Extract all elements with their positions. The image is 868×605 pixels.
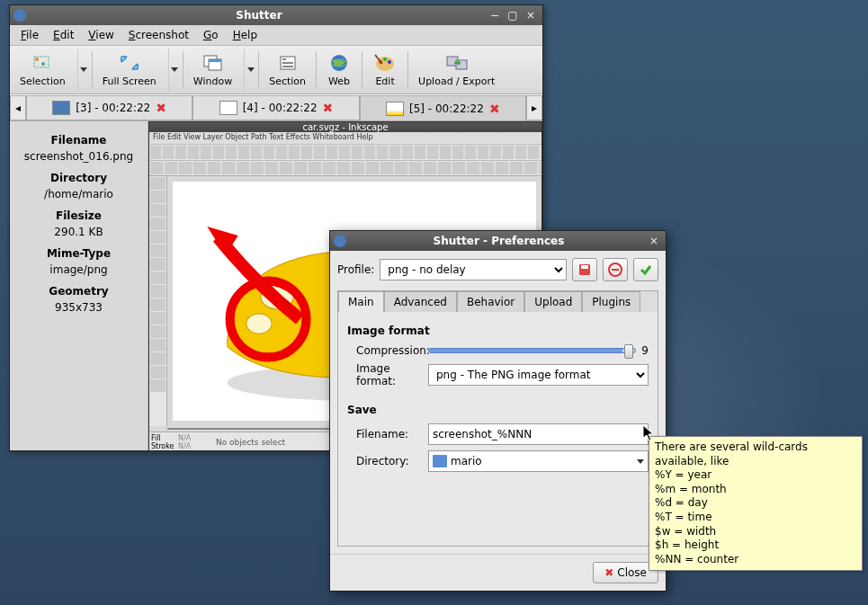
menu-file[interactable]: File [15, 27, 44, 43]
preferences-dialog: Shutter - Preferences × Profile: png - n… [329, 230, 667, 592]
compression-label: Compression: [347, 344, 428, 357]
tab-thumb-icon [52, 101, 70, 115]
tooltip-line: %T = time [655, 511, 856, 525]
tab-scroll-left[interactable]: ◂ [10, 95, 26, 120]
profile-row: Profile: png - no delay [337, 258, 658, 281]
image-format-select[interactable]: png - The PNG image format [428, 364, 649, 386]
tab-4[interactable]: [4] - 00:22:22 ✖ [192, 95, 359, 120]
tab-label: [3] - 00:22:22 [76, 102, 150, 114]
tooltip-line: There are several wild-cards available, … [655, 440, 856, 468]
directory-field-label: Directory: [347, 455, 428, 467]
svg-rect-5 [209, 59, 221, 62]
save-section: Save [347, 404, 649, 416]
window-button[interactable]: Window [185, 48, 240, 92]
app-icon [13, 9, 26, 22]
edit-button[interactable]: Edit [364, 48, 406, 92]
prefs-tabs: Main Advanced Behavior Upload Plugins Im… [337, 290, 658, 547]
tab-label: [5] - 00:22:22 [409, 102, 484, 115]
main-titlebar[interactable]: Shutter − ▢ × [10, 5, 542, 25]
delete-profile-button[interactable] [603, 258, 628, 281]
inkscape-toolbox [149, 176, 167, 426]
chevron-down-icon [247, 67, 255, 72]
filesize-value: 290.1 KB [17, 226, 140, 238]
directory-select[interactable]: mario [428, 450, 649, 472]
menu-view[interactable]: View [83, 27, 119, 43]
upload-icon [444, 52, 470, 74]
close-label: Close [617, 566, 647, 579]
menubar: File Edit View Screenshot Go Help [10, 25, 542, 46]
tab-upload[interactable]: Upload [524, 291, 582, 312]
menu-go[interactable]: Go [198, 27, 224, 43]
tab-main[interactable]: Main [338, 291, 384, 312]
tab-advanced[interactable]: Advanced [384, 291, 457, 312]
fullscreen-button[interactable]: Full Screen [94, 48, 165, 92]
window-label: Window [193, 76, 232, 87]
inkscape-title: car.svgz - Inkscape [149, 122, 541, 132]
tab-thumb-icon [386, 102, 404, 116]
tab-close-icon[interactable]: ✖ [156, 101, 166, 115]
profile-select[interactable]: png - no delay [380, 259, 567, 280]
tab-3[interactable]: [3] - 00:22:22 ✖ [26, 95, 192, 120]
main-title: Shutter [31, 9, 487, 22]
directory-label: Directory [17, 172, 140, 184]
close-button[interactable]: × [523, 8, 539, 22]
selection-icon [30, 52, 55, 74]
filename-label: Filename [17, 134, 140, 147]
apply-profile-button[interactable] [633, 258, 658, 281]
save-profile-button[interactable] [572, 258, 597, 281]
svg-point-20 [246, 314, 272, 334]
directory-value: /home/mario [17, 188, 140, 200]
prefs-tab-content: Image format Compression: 9 Image format… [338, 312, 658, 546]
svg-rect-8 [282, 62, 293, 64]
selection-dropdown[interactable] [77, 48, 90, 92]
web-button[interactable]: Web [318, 48, 360, 92]
app-icon [334, 235, 346, 247]
filesize-label: Filesize [17, 209, 140, 222]
section-icon [275, 52, 300, 74]
tab-close-icon[interactable]: ✖ [489, 102, 500, 116]
folder-icon [433, 455, 447, 467]
tooltip-line: %NN = counter [655, 553, 856, 567]
minimize-button[interactable]: − [487, 8, 503, 22]
tab-behavior[interactable]: Behavior [457, 291, 524, 312]
inkscape-toolbar: File Edit View Layer Object Path Text Ef… [149, 132, 541, 176]
window-dropdown[interactable] [244, 48, 256, 92]
menu-screenshot[interactable]: Screenshot [123, 27, 194, 43]
prefs-close-x[interactable]: × [646, 234, 662, 248]
upload-button[interactable]: Upload / Export [410, 48, 503, 92]
window-icon [201, 52, 226, 74]
filename-value: screenshot_016.png [17, 150, 140, 163]
chevron-down-icon [171, 67, 178, 72]
palette-icon [372, 52, 398, 74]
filename-input[interactable] [428, 423, 649, 445]
section-button[interactable]: Section [261, 48, 314, 92]
selection-button[interactable]: Selection [12, 48, 74, 92]
geometry-value: 935x733 [17, 301, 140, 314]
tab-scroll-right[interactable]: ▸ [526, 95, 542, 120]
tooltip-line: %d = day [655, 496, 856, 511]
fullscreen-label: Full Screen [103, 76, 157, 87]
close-icon: ✖ [604, 566, 613, 579]
svg-rect-7 [282, 58, 286, 60]
prefs-title: Shutter - Preferences [352, 235, 646, 247]
maximize-button[interactable]: ▢ [505, 8, 521, 22]
chevron-down-icon [637, 459, 644, 464]
tab-close-icon[interactable]: ✖ [323, 101, 334, 115]
menu-help[interactable]: Help [228, 27, 263, 43]
compression-value: 9 [641, 344, 649, 357]
svg-rect-9 [282, 66, 293, 67]
menu-edit[interactable]: Edit [48, 27, 79, 43]
tab-plugins[interactable]: Plugins [582, 291, 640, 312]
fullscreen-dropdown[interactable] [168, 48, 181, 92]
svg-point-1 [35, 58, 39, 61]
compression-slider[interactable] [428, 348, 636, 353]
section-label: Section [269, 76, 306, 87]
tooltip-line: %m = month [655, 483, 856, 497]
tabs-row: ◂ [3] - 00:22:22 ✖ [4] - 00:22:22 ✖ [5] … [10, 94, 542, 121]
slider-thumb[interactable] [624, 344, 633, 359]
tab-5[interactable]: [5] - 00:22:22 ✖ [360, 95, 526, 120]
mimetype-label: Mime-Type [17, 247, 140, 260]
web-label: Web [328, 76, 350, 87]
prefs-titlebar[interactable]: Shutter - Preferences × [330, 231, 666, 251]
upload-label: Upload / Export [418, 76, 495, 87]
